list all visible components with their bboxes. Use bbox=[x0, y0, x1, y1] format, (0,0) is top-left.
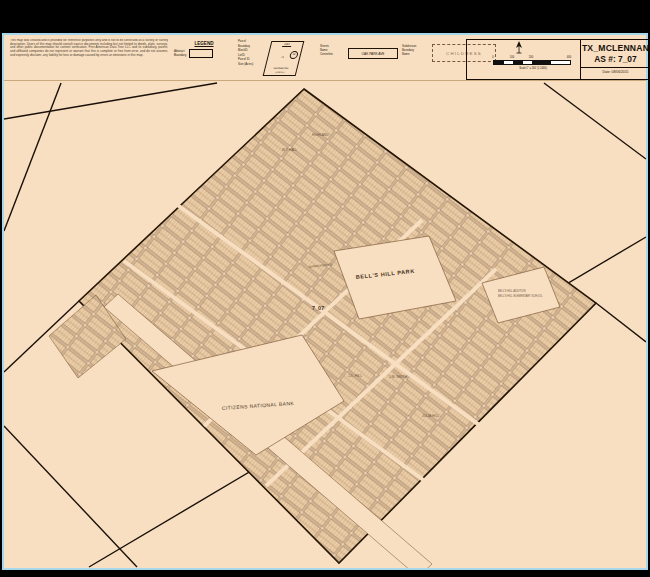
highland-label: HIGHLAND bbox=[312, 133, 329, 137]
sample-parcel-id: 341234567890 bbox=[274, 67, 289, 69]
parcel-legend-labels: Parcel Boundary BlockID LotID Parcel ID … bbox=[238, 39, 253, 66]
title-block: TX_MCLENNAN AS #: 7_07 Date: 08/06/2015 bbox=[580, 40, 650, 79]
jd-hill-label: J.D. HILL bbox=[348, 374, 362, 378]
sample-size: (0.19 Ac.) bbox=[275, 71, 285, 73]
sample-parcel: 71 bbox=[281, 56, 285, 59]
school-name-label: BELL'S HILL ELEMENTARY SCHOOL bbox=[498, 294, 543, 298]
map-canvas[interactable]: BELL'S HILL PARK CITIZENS NATIONAL BANK … bbox=[4, 81, 646, 568]
disclaimer-text: This map was created and is provided for… bbox=[10, 39, 168, 76]
subdivision-legend-label: Subdivision Boundary Name bbox=[402, 45, 416, 57]
legend-block: LEGEND Abstract Boundary bbox=[174, 41, 234, 58]
county-title: TX_MCLENNAN bbox=[581, 43, 650, 53]
street-name-sample: OAK PARK AVE bbox=[348, 48, 398, 59]
map-viewer: This map was created and is provided for… bbox=[0, 0, 650, 577]
title-divider bbox=[581, 67, 650, 68]
julia-hill-label: JULIA HILL bbox=[422, 414, 439, 418]
legend-title: LEGEND bbox=[174, 41, 234, 46]
scale-caption: Scale 1" = 200' (1:2400) bbox=[491, 67, 575, 70]
scale-bar: 0 100 200 400 Scale 1" = 200' (1:2400) bbox=[491, 56, 575, 70]
scale-bar-segments bbox=[493, 60, 571, 65]
map-date: Date: 08/06/2015 bbox=[581, 70, 650, 74]
sample-lot-id: 15 bbox=[289, 51, 299, 59]
sample-block-id: 1234 bbox=[281, 43, 292, 47]
scale-ticks: 0 100 200 400 bbox=[491, 56, 575, 60]
wt-hall-label: W.T. HALL bbox=[282, 148, 297, 152]
plat-map: BELL'S HILL PARK CITIZENS NATIONAL BANK … bbox=[4, 81, 646, 568]
map-sheet: This map was created and is provided for… bbox=[2, 33, 648, 570]
map-header: This map was created and is provided for… bbox=[4, 35, 646, 80]
as-number: AS #: 7_07 bbox=[581, 54, 650, 64]
jm-smith-label: J.M. SMITH bbox=[389, 375, 407, 379]
parcel-sample-symbol: 1234 15 71 341234567890 (0.19 Ac.) bbox=[263, 41, 305, 76]
scale-and-title-box: 0 100 200 400 Scale 1" = 200' (1:2400) bbox=[466, 39, 650, 80]
abstract-boundary-label: Abstract Boundary bbox=[174, 50, 186, 58]
as-area-marker-label: 7_07 bbox=[312, 305, 324, 311]
streets-legend-label: Streets Name Centerline bbox=[320, 45, 333, 57]
north-arrow-icon bbox=[513, 41, 525, 55]
school-addition-label: BELL'S HILL ADDITION bbox=[498, 289, 526, 293]
abstract-boundary-swatch bbox=[189, 49, 213, 58]
